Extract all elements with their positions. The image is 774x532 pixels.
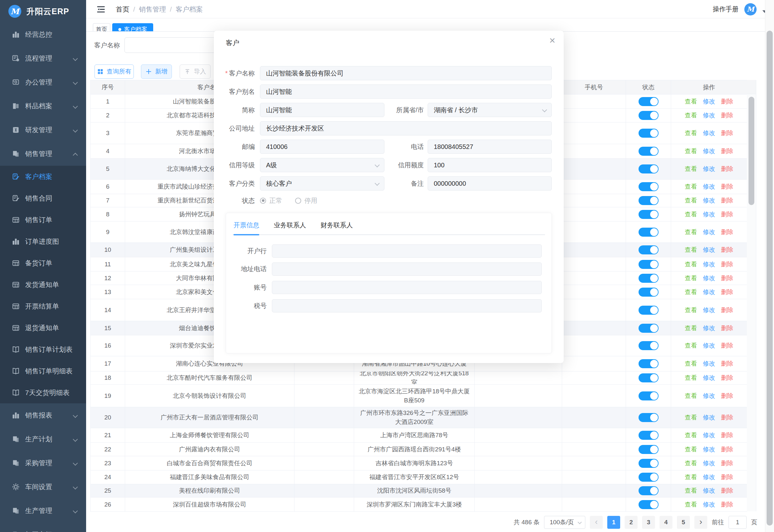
edit-link[interactable]: 修改 (703, 373, 715, 382)
table-scrollbar-thumb[interactable] (749, 97, 754, 205)
edit-link[interactable]: 修改 (703, 500, 715, 509)
view-link[interactable]: 查看 (685, 431, 697, 440)
status-toggle[interactable] (639, 245, 659, 254)
invoice-field-input-税号[interactable] (272, 299, 542, 312)
field-select-信用等级[interactable]: A级 (260, 158, 384, 172)
edit-link[interactable]: 修改 (703, 97, 715, 106)
status-toggle[interactable] (639, 306, 659, 315)
status-toggle[interactable] (639, 373, 659, 382)
delete-link[interactable]: 删除 (721, 359, 733, 368)
dialog-tab-2[interactable]: 业务联系人 (274, 221, 306, 230)
edit-link[interactable]: 修改 (703, 111, 715, 120)
page-button-1[interactable]: 1 (607, 516, 620, 529)
view-link[interactable]: 查看 (685, 196, 697, 205)
status-toggle[interactable] (639, 413, 659, 422)
view-link[interactable]: 查看 (685, 288, 697, 297)
delete-link[interactable]: 删除 (721, 260, 733, 269)
delete-link[interactable]: 删除 (721, 459, 733, 468)
edit-link[interactable]: 修改 (703, 274, 715, 283)
collapse-sidebar-icon[interactable] (96, 5, 105, 14)
status-toggle[interactable] (639, 210, 659, 219)
breadcrumb-sales[interactable]: 销售管理 (139, 5, 166, 14)
status-toggle[interactable] (639, 359, 659, 368)
edit-link[interactable]: 修改 (703, 306, 715, 315)
sidebar-item-15[interactable]: 销售订单计划表 (0, 339, 86, 360)
sidebar-item-18[interactable]: 销售报表 (0, 403, 86, 427)
status-radio-停用[interactable]: 停用 (295, 196, 317, 205)
sidebar-item-23[interactable]: 加工车间 (0, 523, 86, 532)
delete-link[interactable]: 删除 (721, 196, 733, 205)
field-select-所属省/市[interactable]: 湖南省 / 长沙市 (428, 103, 552, 117)
sidebar-item-21[interactable]: 车间设置 (0, 475, 86, 499)
view-link[interactable]: 查看 (685, 147, 697, 156)
edit-link[interactable]: 修改 (703, 431, 715, 440)
status-toggle[interactable] (639, 431, 659, 440)
delete-link[interactable]: 删除 (721, 97, 733, 106)
delete-link[interactable]: 删除 (721, 147, 733, 156)
field-input-信用额度[interactable]: 100 (428, 158, 552, 172)
field-select-客户分类[interactable]: 核心客户 (260, 176, 384, 191)
sidebar-item-4[interactable]: 料品档案 (0, 94, 86, 118)
view-link[interactable]: 查看 (685, 164, 697, 173)
delete-link[interactable]: 删除 (721, 373, 733, 382)
status-toggle[interactable] (639, 182, 659, 191)
next-page-button[interactable]: › (694, 516, 707, 529)
field-input-备注[interactable]: 000000000 (428, 176, 552, 191)
view-link[interactable]: 查看 (685, 359, 697, 368)
add-button[interactable]: 新增 (141, 64, 172, 79)
sidebar-item-16[interactable]: 销售订单明细表 (0, 360, 86, 382)
dialog-tab-3[interactable]: 财务联系人 (321, 221, 353, 230)
edit-link[interactable]: 修改 (703, 459, 715, 468)
view-link[interactable]: 查看 (685, 391, 697, 400)
sidebar-item-13[interactable]: 开票结算单 (0, 295, 86, 317)
field-input-客户名称[interactable]: 山河智能装备股份有限公司 (260, 66, 552, 80)
delete-link[interactable]: 删除 (721, 288, 733, 297)
field-input-简称[interactable]: 山河智能 (260, 103, 384, 117)
status-toggle[interactable] (639, 97, 659, 106)
status-toggle[interactable] (639, 341, 659, 350)
invoice-field-input-地址电话[interactable] (272, 262, 542, 276)
status-toggle[interactable] (639, 391, 659, 400)
edit-link[interactable]: 修改 (703, 164, 715, 173)
edit-link[interactable]: 修改 (703, 359, 715, 368)
edit-link[interactable]: 修改 (703, 210, 715, 219)
page-size-select[interactable]: 100条/页 (544, 516, 585, 529)
sidebar-item-11[interactable]: 备货订单 (0, 252, 86, 274)
status-toggle[interactable] (639, 111, 659, 120)
sidebar-item-14[interactable]: 退货通知单 (0, 317, 86, 339)
tab-customer-archive[interactable]: 客户档案 (112, 23, 153, 31)
status-toggle[interactable] (639, 147, 659, 156)
sidebar-item-7[interactable]: 客户档案 (0, 166, 86, 187)
sidebar-item-6[interactable]: 销售管理 (0, 142, 86, 166)
status-toggle[interactable] (639, 500, 659, 509)
page-button-3[interactable]: 3 (642, 516, 655, 529)
view-link[interactable]: 查看 (685, 306, 697, 315)
status-toggle[interactable] (639, 324, 659, 333)
goto-page-input[interactable] (729, 516, 747, 529)
view-link[interactable]: 查看 (685, 486, 697, 495)
view-link[interactable]: 查看 (685, 97, 697, 106)
sidebar-item-17[interactable]: 7天交货明细表 (0, 382, 86, 403)
edit-link[interactable]: 修改 (703, 182, 715, 191)
view-link[interactable]: 查看 (685, 111, 697, 120)
edit-link[interactable]: 修改 (703, 473, 715, 482)
edit-link[interactable]: 修改 (703, 324, 715, 333)
sidebar-item-2[interactable]: 流程管理 (0, 46, 86, 70)
delete-link[interactable]: 删除 (721, 129, 733, 138)
delete-link[interactable]: 删除 (721, 245, 733, 254)
edit-link[interactable]: 修改 (703, 228, 715, 237)
status-toggle[interactable] (639, 129, 659, 138)
delete-link[interactable]: 删除 (721, 486, 733, 495)
edit-link[interactable]: 修改 (703, 245, 715, 254)
status-toggle[interactable] (639, 228, 659, 237)
view-link[interactable]: 查看 (685, 260, 697, 269)
prev-page-button[interactable]: ‹ (590, 516, 603, 529)
delete-link[interactable]: 删除 (721, 341, 733, 350)
close-icon[interactable]: × (549, 35, 555, 45)
import-button[interactable]: 导入 (180, 64, 211, 79)
view-link[interactable]: 查看 (685, 129, 697, 138)
dialog-tab-1[interactable]: 开票信息 (233, 221, 259, 230)
view-link[interactable]: 查看 (685, 182, 697, 191)
delete-link[interactable]: 删除 (721, 182, 733, 191)
user-avatar[interactable]: M (744, 3, 757, 15)
